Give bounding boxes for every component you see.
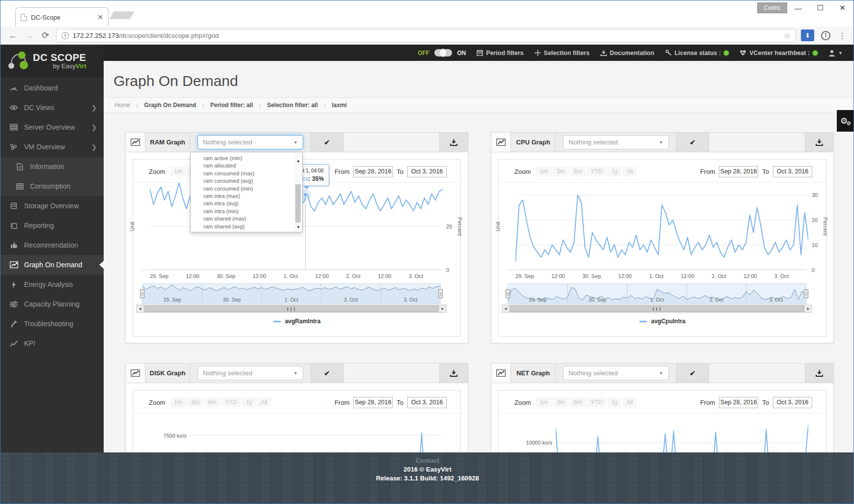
zoom-1y-button[interactable]: 1y <box>242 397 256 407</box>
breadcrumb-graph-on-demand[interactable]: Graph On Demand <box>144 102 196 109</box>
period-filters-button[interactable]: Period filters <box>477 50 523 56</box>
license-status[interactable]: License status : <box>665 50 729 56</box>
zoom-3m-button[interactable]: 3m <box>553 397 569 407</box>
tab-close-icon[interactable]: ✕ <box>97 13 103 21</box>
zoom-1y-button[interactable]: 1y <box>607 167 622 176</box>
sidebar-item-consumption[interactable]: Consumption <box>0 176 104 196</box>
chart-type-button[interactable] <box>126 133 145 152</box>
browser-tab[interactable]: DC-Scope ✕ <box>15 7 109 27</box>
close-button[interactable]: ✕ <box>831 0 854 15</box>
zoom-all-button[interactable]: All <box>623 397 637 407</box>
scrollbar-thumb[interactable]: ❙❙❙ <box>510 306 804 312</box>
breadcrumb-period-filter[interactable]: Period filter: all <box>210 102 253 109</box>
from-date-input[interactable] <box>353 397 393 408</box>
forward-icon[interactable]: → <box>25 30 34 41</box>
zoom-ytd-button[interactable]: YTD <box>587 167 606 176</box>
dropdown-option[interactable]: ram consumed (max) <box>191 170 302 177</box>
zoom-1m-button[interactable]: 1m <box>170 167 186 176</box>
zoom-3m-button[interactable]: 3m <box>187 397 203 407</box>
documentation-button[interactable]: Documentation <box>600 50 655 56</box>
chart-type-button[interactable] <box>126 364 145 383</box>
sidebar-item-dc-views[interactable]: DC Views ❯ <box>0 98 104 117</box>
breadcrumb-vm-laxmi[interactable]: laxmi <box>332 102 347 109</box>
scroll-right-icon[interactable]: ► <box>439 305 447 313</box>
to-date-input[interactable] <box>773 397 812 408</box>
sidebar-item-dashboard[interactable]: Dashboard <box>0 78 104 98</box>
zoom-all-button[interactable]: All <box>257 397 271 407</box>
export-download-button[interactable] <box>440 364 468 383</box>
vcenter-heartbeat[interactable]: VCenter hearthbeat : <box>740 50 818 56</box>
dropdown-option[interactable]: ram active (min) <box>191 155 302 162</box>
sidebar-item-server-overview[interactable]: Server Overview ❯ <box>0 117 104 137</box>
settings-gear-button[interactable]: ⚙⚙ <box>837 110 854 132</box>
export-download-button[interactable] <box>805 133 833 152</box>
chart-type-button[interactable] <box>491 133 511 152</box>
scrollbar-thumb[interactable]: ❙❙❙ <box>144 306 438 312</box>
apply-selection-button[interactable]: ✔ <box>311 133 343 152</box>
chart-legend[interactable]: avgRamIntra <box>133 318 460 325</box>
navigator-handle-right[interactable] <box>438 289 443 298</box>
reload-icon[interactable]: ⟳ <box>42 30 49 41</box>
toggle-switch[interactable] <box>434 49 452 56</box>
breadcrumb-selection-filter[interactable]: Selection filter: all <box>267 102 317 109</box>
scroll-left-icon[interactable]: ◄ <box>502 305 510 313</box>
zoom-3m-button[interactable]: 3m <box>553 167 569 176</box>
zoom-6m-button[interactable]: 6m <box>570 167 586 176</box>
back-icon[interactable]: ← <box>8 30 17 41</box>
scroll-right-icon[interactable]: ► <box>804 305 812 313</box>
address-bar[interactable]: i 172.27.252.173/dcscope/client/dcscope.… <box>56 29 796 42</box>
to-date-input[interactable] <box>407 397 447 408</box>
dropdown-option[interactable]: ram consumed (min) <box>191 185 302 193</box>
zoom-1m-button[interactable]: 1m <box>536 397 552 407</box>
zoom-ytd-button[interactable]: YTD <box>587 397 606 407</box>
apply-selection-button[interactable]: ✔ <box>311 364 343 383</box>
minimize-button[interactable]: — <box>787 0 809 15</box>
from-date-input[interactable] <box>353 166 393 177</box>
scroll-left-icon[interactable]: ◄ <box>136 305 144 313</box>
export-download-button[interactable] <box>440 133 468 152</box>
sidebar-item-vm-overview[interactable]: VM Overview ❯ <box>0 137 104 157</box>
dropdown-scrollbar[interactable]: ▲▼ <box>294 153 302 231</box>
to-date-input[interactable] <box>773 166 812 177</box>
dropdown-option[interactable]: ram intra (avg) <box>191 200 302 207</box>
horizontal-scrollbar[interactable]: ◄ ❙❙❙ ► <box>502 305 812 313</box>
sidebar-item-capacity-planning[interactable]: Capacity Planning <box>0 294 104 314</box>
apply-selection-button[interactable]: ✔ <box>677 133 709 152</box>
dropdown-option[interactable]: ram shared (avg) <box>191 223 302 229</box>
sidebar-item-recommendation[interactable]: Recommendation <box>0 235 104 255</box>
metric-multiselect[interactable]: Nothing selected ▼ <box>198 135 303 149</box>
horizontal-scrollbar[interactable]: ◄ ❙❙❙ ► <box>136 305 447 313</box>
info-menu-icon[interactable]: ! <box>821 31 830 40</box>
from-date-input[interactable] <box>719 397 758 408</box>
sidebar-item-graph-on-demand[interactable]: Graph On Demand <box>0 255 104 275</box>
sidebar-item-storage-overview[interactable]: Storage Overview <box>0 196 104 216</box>
bookmark-star-icon[interactable]: ☆ <box>784 31 791 40</box>
app-logo[interactable]: DC SCOPE by EasyVirt <box>0 45 104 77</box>
browser-profile-badge[interactable]: Cedric <box>757 2 787 13</box>
page-info-icon[interactable]: i <box>61 32 69 39</box>
dropdown-option[interactable]: ram allocated <box>191 162 302 169</box>
chart-type-button[interactable] <box>491 364 511 383</box>
chart-legend[interactable]: avgCpuIntra <box>499 318 826 325</box>
metric-multiselect[interactable]: Nothing selected ▼ <box>563 366 669 380</box>
dropdown-option[interactable]: ram intra (min) <box>191 208 302 215</box>
dropdown-option[interactable]: ram consumed (avg) <box>191 177 302 185</box>
to-date-input[interactable] <box>407 166 447 177</box>
zoom-1m-button[interactable]: 1m <box>536 167 552 176</box>
new-tab-button[interactable] <box>110 11 135 19</box>
zoom-1y-button[interactable]: 1y <box>607 397 622 407</box>
sidebar-item-information[interactable]: Information <box>0 157 104 176</box>
sidebar-item-troubleshooting[interactable]: Troubleshooting <box>0 314 104 334</box>
scrollbar-track[interactable]: ❙❙❙ <box>510 305 804 313</box>
apply-selection-button[interactable]: ✔ <box>677 364 709 383</box>
metric-multiselect[interactable]: Nothing selected ▼ <box>198 366 303 380</box>
dropdown-option[interactable]: ram intra (max) <box>191 193 302 200</box>
zoom-6m-button[interactable]: 6m <box>204 397 221 407</box>
export-download-button[interactable] <box>805 364 833 383</box>
navigator-handle-left[interactable] <box>506 289 510 298</box>
navigator-handle-left[interactable] <box>140 289 144 298</box>
sidebar-item-reporting[interactable]: Reporting <box>0 216 104 235</box>
user-menu[interactable]: ▼ <box>828 50 843 56</box>
zoom-1m-button[interactable]: 1m <box>170 397 186 407</box>
metric-multiselect[interactable]: Nothing selected ▼ <box>563 135 669 149</box>
